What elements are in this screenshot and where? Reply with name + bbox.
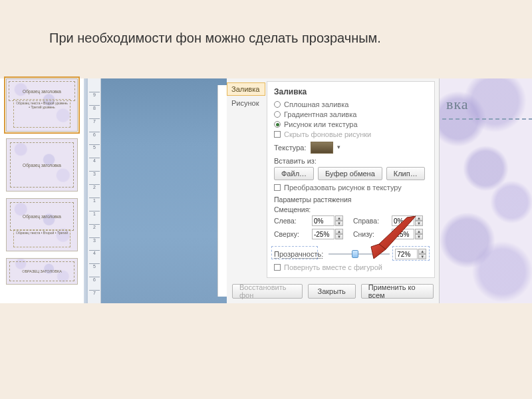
- apply-to-all-button[interactable]: Применить ко всем: [361, 284, 434, 299]
- ruler-tick: 3: [89, 237, 100, 243]
- partial-title-text: вка: [446, 96, 529, 113]
- thumb-title: ОБРАЗЕЦ ЗАГОЛОВКА: [22, 269, 62, 273]
- transparency-input[interactable]: ▲▼: [395, 249, 426, 259]
- ruler-tick: 5: [89, 263, 100, 269]
- checkbox-label: Преобразовать рисунок в текстуру: [284, 184, 402, 192]
- offset-left-label: Слева:: [274, 217, 307, 225]
- radio-icon: [274, 101, 281, 108]
- screenshot-region: Образец заголовка Образец текста • Второ…: [0, 78, 532, 303]
- radio-label: Градиентная заливка: [284, 110, 356, 118]
- thumb-title: Образец заголовка: [23, 163, 61, 168]
- dialog-footer: Восстановить фон Закрыть Применить ко вс…: [232, 284, 434, 299]
- dialog-category-list: Заливка Рисунок: [227, 82, 265, 110]
- checkbox-hide-bg-graphics[interactable]: Скрыть фоновые рисунки: [274, 130, 428, 138]
- radio-gradient-fill[interactable]: Градиентная заливка: [274, 110, 428, 118]
- checkbox-icon: [274, 184, 281, 191]
- insert-clipboard-button[interactable]: Буфер обмена: [318, 167, 382, 180]
- ruler-tick: 7: [89, 290, 100, 295]
- ruler-tick: 4: [89, 158, 100, 163]
- ruler-tick: 3: [89, 171, 100, 176]
- ruler-tick: 6: [89, 277, 100, 282]
- radio-icon: [274, 111, 281, 118]
- ruler-tick: 2: [89, 224, 100, 229]
- offset-top-input[interactable]: ▲▼: [312, 229, 348, 239]
- tab-picture[interactable]: Рисунок: [227, 96, 265, 110]
- radio-solid-fill[interactable]: Сплошная заливка: [274, 100, 428, 108]
- offset-top-label: Сверху:: [274, 230, 307, 238]
- spin-up-icon[interactable]: ▲: [335, 229, 343, 234]
- ruler-tick: 1: [89, 211, 100, 216]
- ruler-tick: 9: [89, 92, 100, 97]
- slide-edge: [217, 85, 227, 297]
- offset-left-input[interactable]: ▲▼: [312, 215, 348, 226]
- insert-from-label: Вставить из:: [274, 157, 428, 165]
- tab-fill[interactable]: Заливка: [227, 82, 265, 96]
- checkbox-label: Скрыть фоновые рисунки: [284, 130, 371, 138]
- panel-title: Заливка: [274, 87, 428, 96]
- checkbox-tile-as-texture[interactable]: Преобразовать рисунок в текстуру: [274, 184, 428, 192]
- checkbox-icon: [274, 131, 281, 138]
- vertical-ruler: 9876543211234567: [88, 78, 101, 303]
- slide-edit-area: 9876543211234567: [88, 78, 227, 303]
- thumb-title: Образец заголовка: [23, 89, 61, 94]
- slide-thumb-2[interactable]: Образец заголовка: [6, 138, 78, 192]
- spin-down-icon[interactable]: ▼: [418, 254, 426, 259]
- spin-up-icon[interactable]: ▲: [415, 215, 423, 221]
- thumb-body: Образец текста • Второй уровень • Третий…: [14, 100, 70, 110]
- close-button[interactable]: Закрыть: [308, 284, 356, 299]
- stretch-options-header: Параметры растяжения: [274, 196, 428, 203]
- spin-up-icon[interactable]: ▲: [415, 229, 423, 234]
- radio-label: Рисунок или текстура: [284, 120, 358, 128]
- insert-clipart-button[interactable]: Клип…: [386, 167, 425, 180]
- texture-row: Текстура:: [274, 142, 428, 154]
- spin-down-icon[interactable]: ▼: [415, 234, 423, 239]
- slide-thumb-1[interactable]: Образец заголовка Образец текста • Второ…: [6, 78, 78, 132]
- offsets-header: Смещения:: [274, 205, 428, 213]
- thumb-body: Образец текста • Второй • Третий: [14, 230, 70, 235]
- slide-preview-strip: вка: [440, 78, 532, 303]
- thumb-title: Образец заголовка: [23, 214, 61, 219]
- spin-down-icon[interactable]: ▼: [335, 234, 343, 239]
- checkbox-label: Повернуть вместе с фигурой: [284, 263, 382, 271]
- insert-file-button[interactable]: Файл…: [274, 167, 314, 180]
- ruler-tick: 4: [89, 250, 100, 255]
- ruler-tick: 5: [89, 144, 100, 150]
- slider-thumb[interactable]: [352, 250, 358, 258]
- checkbox-rotate-with-shape[interactable]: Повернуть вместе с фигурой: [274, 263, 428, 271]
- title-underline: [442, 118, 532, 120]
- slide-thumbnails-pane: Образец заголовка Образец текста • Второ…: [2, 78, 83, 303]
- transparency-label: Прозрачность:: [274, 250, 323, 258]
- texture-swatch-dropdown[interactable]: [311, 142, 333, 154]
- offset-bottom-label: Снизу:: [353, 230, 386, 238]
- spin-down-icon[interactable]: ▼: [335, 221, 343, 226]
- radio-picture-fill[interactable]: Рисунок или текстура: [274, 120, 428, 128]
- page-caption: При необходимости фон можно сделать проз…: [49, 29, 381, 47]
- ruler-tick: 7: [89, 118, 100, 124]
- spin-down-icon[interactable]: ▼: [415, 221, 423, 226]
- offset-bottom-input[interactable]: ▲▼: [392, 229, 428, 239]
- fill-panel: Заливка Сплошная заливка Градиентная зал…: [267, 81, 435, 278]
- ruler-tick: 1: [89, 198, 100, 203]
- offsets-grid: Слева: ▲▼ Справа: ▲▼ Сверху: ▲▼ Снизу: ▲…: [274, 215, 428, 239]
- checkbox-icon: [274, 264, 281, 271]
- reset-background-button[interactable]: Восстановить фон: [232, 284, 303, 299]
- spin-up-icon[interactable]: ▲: [418, 249, 426, 254]
- transparency-slider[interactable]: [329, 249, 390, 259]
- radio-label: Сплошная заливка: [284, 100, 348, 108]
- offset-right-label: Справа:: [353, 217, 386, 225]
- ruler-tick: 6: [89, 132, 100, 137]
- format-background-dialog: Заливка Рисунок Заливка Сплошная заливка…: [227, 78, 440, 303]
- texture-label: Текстура:: [274, 144, 307, 152]
- slide-thumb-4[interactable]: ОБРАЗЕЦ ЗАГОЛОВКА: [6, 258, 78, 285]
- slide-thumb-3[interactable]: Образец заголовка Образец текста • Второ…: [6, 198, 78, 251]
- offset-right-input[interactable]: ▲▼: [392, 215, 428, 226]
- radio-icon: [274, 121, 281, 128]
- ruler-tick: 8: [89, 105, 100, 110]
- spin-up-icon[interactable]: ▲: [335, 215, 343, 221]
- transparency-row: Прозрачность: ▲▼: [274, 249, 428, 259]
- ruler-tick: 2: [89, 184, 100, 190]
